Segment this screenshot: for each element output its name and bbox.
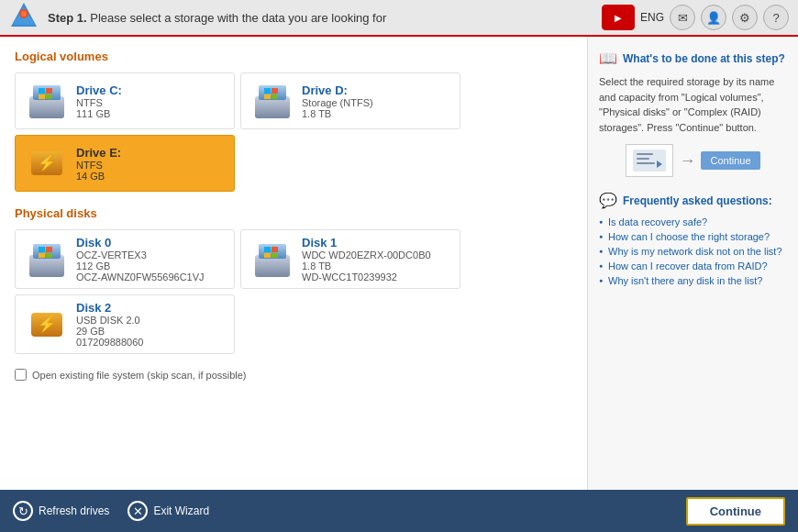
disk-0-line1: OCZ-VERTEX3 [76, 249, 205, 260]
svg-rect-27 [272, 247, 278, 252]
refresh-icon: ↻ [13, 501, 33, 521]
skip-scan-label[interactable]: Open existing file system (skip scan, if… [32, 370, 247, 381]
svg-rect-14 [264, 94, 271, 99]
disk-1-icon [250, 238, 294, 282]
footer: ↻ Refresh drives ✕ Exit Wizard Continue [0, 490, 798, 532]
skip-scan-row: Open existing file system (skip scan, if… [15, 369, 572, 381]
disk-0-name: Disk 0 [76, 236, 205, 249]
preview-drives-icon [626, 144, 673, 177]
drive-c-item[interactable]: Drive C: NTFS 111 GB [15, 72, 235, 129]
svg-rect-28 [264, 253, 271, 258]
exit-icon: ✕ [127, 501, 148, 521]
disk-2-item[interactable]: ⚡ Disk 2 USB DISK 2.0 29 GB 017209888060 [15, 294, 235, 354]
disk-0-item[interactable]: Disk 0 OCZ-VERTEX3 112 GB OCZ-AWNZ0FW556… [15, 229, 235, 289]
svg-rect-6 [39, 88, 45, 94]
physical-disks-grid: Disk 0 OCZ-VERTEX3 112 GB OCZ-AWNZ0FW556… [15, 229, 572, 354]
disk-0-line3: OCZ-AWNZ0FW55696C1VJ [76, 272, 205, 283]
disk-1-line1: WDC WD20EZRX-00DC0B0 [302, 249, 431, 260]
svg-rect-29 [272, 253, 278, 258]
right-help-panel: 📖 What's to be done at this step? Select… [587, 37, 798, 490]
faq-title: 💬 Frequently asked questions: [599, 192, 787, 209]
whats-to-do-desc: Select the required storage by its name … [599, 74, 787, 135]
svg-rect-20 [39, 247, 45, 252]
svg-rect-12 [264, 88, 271, 94]
drive-d-item[interactable]: Drive D: Storage (NTFS) 1.8 TB [240, 72, 460, 129]
faq-icon: 💬 [599, 192, 617, 209]
disk-0-line2: 112 GB [76, 260, 205, 272]
exit-wizard-button[interactable]: ✕ Exit Wizard [127, 501, 209, 521]
disk-2-name: Disk 2 [76, 301, 143, 315]
svg-point-3 [21, 11, 27, 17]
disk-1-name: Disk 1 [302, 236, 431, 249]
logical-volumes-grid: Drive C: NTFS 111 GB [15, 72, 572, 192]
faq-list: Is data recovery safe? How can I choose … [599, 216, 787, 286]
disk-2-line3: 017209888060 [76, 337, 143, 348]
faq-item-2[interactable]: Why is my network disk not on the list? [599, 246, 787, 257]
disk-1-item[interactable]: Disk 1 WDC WD20EZRX-00DC0B0 1.8 TB WD-WC… [240, 229, 460, 289]
disk-2-info: Disk 2 USB DISK 2.0 29 GB 017209888060 [76, 301, 143, 348]
faq-item-1[interactable]: How can I choose the right storage? [599, 231, 787, 242]
svg-rect-34 [637, 158, 649, 160]
storage-selection-panel: Logical volumes [0, 37, 587, 490]
drive-c-name: Drive C: [76, 83, 122, 97]
svg-rect-32 [633, 150, 666, 172]
svg-rect-21 [46, 247, 52, 252]
disk-0-icon [25, 238, 69, 282]
youtube-button[interactable]: ▶ [602, 5, 635, 30]
skip-scan-checkbox[interactable] [15, 369, 27, 381]
svg-rect-35 [637, 162, 655, 164]
svg-rect-26 [264, 247, 271, 252]
drive-e-item[interactable]: ⚡ Drive E: NTFS 14 GB [15, 135, 235, 192]
preview-continue-button[interactable]: Continue [701, 151, 759, 170]
drive-d-name: Drive D: [302, 83, 373, 97]
help-button[interactable]: ? [763, 5, 789, 30]
svg-rect-33 [637, 153, 653, 155]
header: Step 1. Please select a storage with the… [0, 0, 798, 37]
disk-0-info: Disk 0 OCZ-VERTEX3 112 GB OCZ-AWNZ0FW556… [76, 236, 205, 283]
continue-preview-area: → Continue [599, 144, 787, 177]
faq-section: 💬 Frequently asked questions: Is data re… [599, 192, 787, 286]
language-button[interactable]: ENG [640, 5, 664, 30]
drive-d-info: Drive D: Storage (NTFS) 1.8 TB [302, 83, 373, 119]
drive-d-size: 1.8 TB [302, 108, 373, 119]
svg-rect-13 [272, 88, 278, 94]
disk-1-info: Disk 1 WDC WD20EZRX-00DC0B0 1.8 TB WD-WC… [302, 236, 431, 283]
disk-1-line2: 1.8 TB [302, 260, 431, 272]
book-icon: 📖 [599, 50, 617, 67]
drive-d-fs: Storage (NTFS) [302, 97, 373, 108]
drive-e-icon: ⚡ [25, 141, 69, 185]
svg-rect-15 [272, 94, 278, 99]
drive-c-size: 111 GB [76, 108, 122, 119]
drive-c-icon [25, 79, 69, 123]
whats-to-do-section: 📖 What's to be done at this step? Select… [599, 50, 787, 177]
drive-d-icon [250, 79, 294, 123]
messages-button[interactable]: ✉ [670, 5, 695, 30]
main-area: Logical volumes [0, 37, 798, 490]
faq-item-4[interactable]: Why isn't there any disk in the list? [599, 275, 787, 286]
header-controls: ▶ ENG ✉ 👤 ⚙ ? [602, 5, 789, 30]
drive-e-name: Drive E: [76, 146, 121, 160]
disk-1-line3: WD-WCC1T0239932 [302, 272, 431, 283]
refresh-drives-button[interactable]: ↻ Refresh drives [13, 501, 109, 521]
disk-2-line2: 29 GB [76, 326, 143, 337]
whats-to-do-title: 📖 What's to be done at this step? [599, 50, 787, 67]
svg-text:⚡: ⚡ [38, 154, 56, 172]
svg-rect-22 [39, 253, 45, 258]
drive-e-size: 14 GB [76, 171, 121, 182]
settings-button[interactable]: ⚙ [732, 5, 758, 30]
drive-e-fs: NTFS [76, 160, 121, 171]
svg-rect-23 [46, 253, 52, 258]
faq-item-3[interactable]: How can I recover data from RAID? [599, 260, 787, 272]
drive-c-fs: NTFS [76, 97, 122, 108]
svg-text:⚡: ⚡ [38, 316, 56, 333]
svg-rect-7 [46, 88, 52, 94]
continue-button[interactable]: Continue [686, 497, 785, 526]
svg-rect-8 [39, 94, 45, 99]
preview-arrow-icon: → [679, 151, 695, 171]
logical-volumes-title: Logical volumes [15, 50, 572, 63]
drive-c-info: Drive C: NTFS 111 GB [76, 83, 122, 119]
faq-item-0[interactable]: Is data recovery safe? [599, 216, 787, 227]
account-button[interactable]: 👤 [701, 5, 726, 30]
app-logo [9, 1, 39, 34]
drive-e-info: Drive E: NTFS 14 GB [76, 146, 121, 182]
